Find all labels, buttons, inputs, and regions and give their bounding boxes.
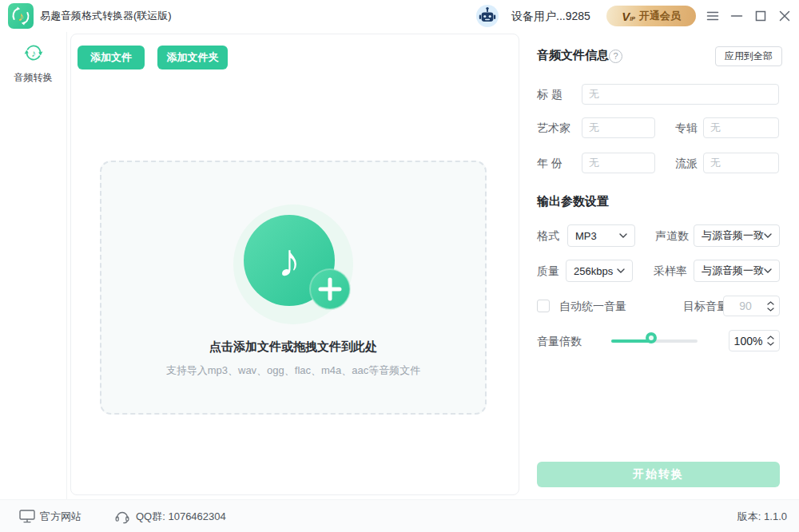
sample-rate-select[interactable]: 与源音频一致	[694, 260, 780, 282]
volume-multiplier-label: 音量倍数	[537, 331, 582, 352]
audio-info-title: 音频文件信息	[537, 48, 609, 63]
hamburger-icon	[706, 10, 719, 22]
chevron-down-icon	[619, 233, 627, 238]
headset-icon	[114, 509, 130, 524]
sidebar-item-audio-convert[interactable]: ♪ 音频转换	[0, 42, 66, 85]
monitor-icon	[19, 510, 35, 523]
auto-volume-checkbox[interactable]	[537, 300, 550, 312]
sidebar: ♪ 音频转换	[0, 32, 67, 499]
volume-multiplier-input[interactable]: 100%	[729, 330, 780, 351]
year-field-label: 年 份	[537, 153, 562, 173]
app-logo-icon: ♪	[8, 3, 34, 29]
apply-to-all-button[interactable]: 应用到全部	[715, 46, 782, 66]
auto-volume-label: 自动统一音量	[559, 296, 626, 316]
volume-slider[interactable]	[611, 332, 698, 350]
footer: 官方网站 QQ群: 1076462304 版本: 1.1.0	[0, 499, 799, 532]
official-website-link[interactable]: 官方网站	[40, 500, 81, 532]
channels-select[interactable]: 与源音频一致	[694, 224, 780, 247]
vip-upgrade-button[interactable]: VIP 开通会员	[606, 6, 696, 26]
artist-field-label: 艺术家	[537, 117, 570, 138]
close-button[interactable]	[778, 10, 791, 22]
username[interactable]: 设备用户...9285	[511, 0, 590, 32]
quality-label: 质量	[537, 260, 559, 282]
spinner-down-icon[interactable]	[767, 308, 774, 312]
add-folder-button[interactable]: 添加文件夹	[157, 46, 228, 69]
menu-button[interactable]	[706, 10, 719, 22]
vip-icon: VIP	[622, 10, 635, 22]
volume-slider-handle[interactable]	[646, 332, 657, 343]
app-title: 易趣音频格式转换器(联运版)	[40, 0, 172, 32]
target-volume-input[interactable]: 90	[723, 296, 780, 316]
minimize-button[interactable]	[730, 10, 743, 22]
album-field-label: 专辑	[675, 117, 698, 138]
help-icon[interactable]: ?	[609, 50, 622, 63]
svg-text:♪: ♪	[31, 48, 36, 59]
dropzone-subtitle: 支持导入mp3、wav、ogg、flac、m4a、aac等音频文件	[101, 363, 485, 378]
quality-select[interactable]: 256kbps	[566, 260, 633, 282]
add-file-button[interactable]: 添加文件	[78, 46, 145, 69]
file-dropzone[interactable]: ♪ 点击添加文件或拖拽文件到此处 支持导入mp3、wav、ogg、flac、m4…	[100, 161, 487, 415]
album-field[interactable]	[703, 117, 779, 138]
spinner-down-icon[interactable]	[767, 342, 774, 346]
audio-convert-icon: ♪	[22, 42, 45, 64]
genre-field[interactable]	[703, 153, 779, 173]
version-label: 版本: 1.1.0	[737, 500, 787, 532]
user-avatar[interactable]	[476, 5, 499, 27]
spinner-up-icon[interactable]	[767, 301, 774, 305]
titlebar: ♪ 易趣音频格式转换器(联运版) 设备用户...9285 VIP 开通会员	[0, 0, 799, 32]
year-field[interactable]	[582, 153, 655, 173]
start-convert-button[interactable]: 开始转换	[537, 462, 780, 487]
svg-text:♪: ♪	[278, 234, 301, 286]
chevron-down-icon	[764, 268, 772, 273]
maximize-button[interactable]	[754, 10, 767, 22]
sidebar-item-label: 音频转换	[0, 71, 66, 85]
format-select[interactable]: MP3	[567, 224, 635, 247]
artist-field[interactable]	[582, 117, 655, 138]
minimize-icon	[730, 10, 743, 22]
chevron-down-icon	[617, 268, 625, 273]
genre-field-label: 流派	[675, 153, 698, 173]
output-settings-title: 输出参数设置	[537, 194, 609, 209]
title-field-label: 标 题	[537, 84, 562, 105]
qq-group-link[interactable]: QQ群: 1076462304	[136, 500, 226, 532]
add-music-icon: ♪	[233, 204, 353, 324]
target-volume-label: 目标音量	[683, 296, 728, 316]
chevron-down-icon	[764, 233, 772, 238]
spinner-up-icon[interactable]	[767, 335, 774, 339]
settings-panel: 音频文件信息 ? 应用到全部 标 题 艺术家 专辑 年 份 流派 输出参数设置 …	[527, 32, 799, 532]
close-icon	[778, 10, 791, 22]
sample-rate-label: 采样率	[654, 260, 687, 282]
dropzone-title: 点击添加文件或拖拽文件到此处	[101, 339, 485, 355]
title-field[interactable]	[582, 84, 779, 105]
maximize-icon	[754, 10, 767, 22]
app-window: ♪ 易趣音频格式转换器(联运版) 设备用户...9285 VIP 开通会员	[0, 0, 799, 532]
format-label: 格式	[537, 224, 559, 247]
svg-text:♪: ♪	[18, 10, 24, 23]
main-panel: 添加文件 添加文件夹 ♪ 点击添加文件或拖拽文件到此处 支持导入	[70, 34, 519, 495]
channels-label: 声道数	[655, 224, 689, 247]
